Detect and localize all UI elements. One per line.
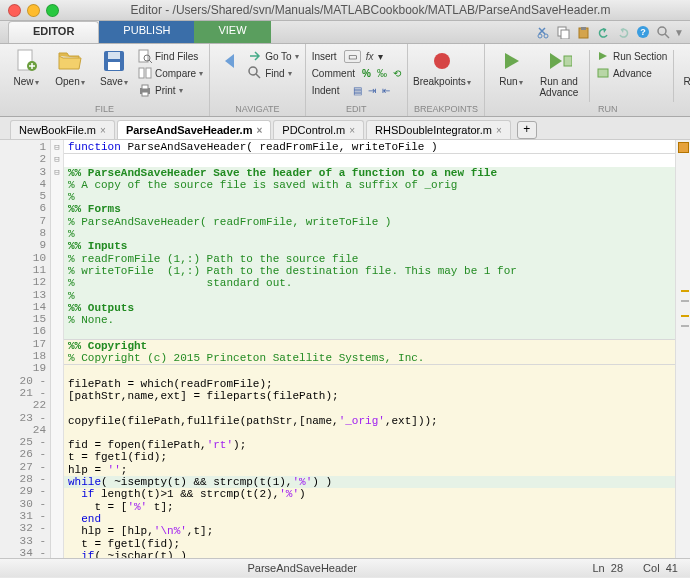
qat-redo-button[interactable] — [614, 24, 632, 40]
close-icon[interactable]: × — [496, 125, 502, 136]
ribbon-tabstrip: EDITOR PUBLISH VIEW ? ▼ — [0, 21, 690, 44]
svg-rect-22 — [142, 92, 148, 96]
group-label-breakpoints: BREAKPOINTS — [414, 104, 478, 114]
qat-menu-arrow[interactable]: ▼ — [674, 27, 684, 38]
print-button[interactable]: Print — [138, 82, 203, 98]
run-advance-icon — [546, 48, 572, 74]
svg-point-23 — [249, 67, 257, 75]
svg-rect-27 — [598, 69, 608, 77]
svg-point-8 — [658, 27, 666, 35]
advance-button[interactable]: Advance — [596, 65, 667, 81]
code-mark[interactable] — [681, 315, 689, 317]
status-line: Ln 28 — [592, 562, 623, 574]
indent-row: Indent ▤ ⇥ ⇤ — [312, 82, 391, 98]
indent-label: Indent — [312, 85, 340, 96]
goto-button[interactable]: Go To — [248, 48, 299, 64]
qat-cut-button[interactable] — [534, 24, 552, 40]
ribbon-tab-publish[interactable]: PUBLISH — [99, 21, 194, 43]
file-tab-newbookfile[interactable]: NewBookFile.m× — [10, 120, 115, 139]
group-label-navigate: NAVIGATE — [216, 104, 299, 114]
svg-line-17 — [149, 60, 152, 63]
new-file-icon — [13, 48, 39, 74]
svg-line-24 — [256, 74, 260, 78]
new-button[interactable]: New▾ — [6, 48, 46, 88]
code-content[interactable]: function ParseAndSaveHeader( readFromFil… — [64, 140, 675, 558]
run-and-advance-button[interactable]: Run and Advance — [535, 48, 583, 98]
comment-remove-button[interactable]: ‰ — [377, 68, 387, 79]
comment-wrap-button[interactable]: ⟲ — [393, 68, 401, 79]
status-col: Col 41 — [643, 562, 678, 574]
insert-more-button[interactable]: ▾ — [378, 51, 383, 62]
ribbon-tab-editor[interactable]: EDITOR — [8, 21, 99, 43]
file-tab-rhsdoubleintegrator[interactable]: RHSDoubleIntegrator.m× — [366, 120, 511, 139]
run-button[interactable]: Run▾ — [491, 48, 531, 88]
nav-back-button[interactable] — [216, 48, 244, 74]
compare-button[interactable]: Compare — [138, 65, 203, 81]
comment-add-button[interactable]: % — [362, 68, 371, 79]
compare-icon — [138, 66, 152, 80]
advance-icon — [596, 66, 610, 80]
fold-gutter[interactable]: ⊟⊟⊟ — [51, 140, 64, 558]
file-tab-parseandsaveheader[interactable]: ParseAndSaveHeader.m× — [117, 120, 271, 139]
qat-search-button[interactable] — [654, 24, 672, 40]
indent-auto-button[interactable]: ▤ — [353, 85, 362, 96]
group-label-run: RUN — [491, 104, 690, 114]
ribbon: New▾ Open▾ Save▾ Find Files Compare Prin… — [0, 44, 690, 117]
insert-fx-button[interactable]: fx — [366, 51, 374, 62]
svg-text:?: ? — [640, 27, 646, 37]
qat-paste-button[interactable] — [574, 24, 592, 40]
file-tab-pdcontrol[interactable]: PDControl.m× — [273, 120, 364, 139]
close-icon[interactable]: × — [256, 125, 262, 136]
qat-undo-button[interactable] — [594, 24, 612, 40]
svg-rect-21 — [142, 85, 148, 89]
run-section-button[interactable]: Run Section — [596, 48, 667, 64]
svg-rect-3 — [561, 30, 569, 39]
indent-decrease-button[interactable]: ⇤ — [382, 85, 390, 96]
insert-section-button[interactable]: ▭ — [344, 50, 361, 63]
svg-rect-18 — [139, 68, 144, 78]
breakpoints-button[interactable]: Breakpoints▾ — [414, 48, 470, 88]
group-label-file: FILE — [6, 104, 203, 114]
quick-access-toolbar: ? ▼ — [528, 21, 690, 43]
code-mark[interactable] — [681, 300, 689, 302]
run-and-time-button[interactable]: Run and Time — [680, 48, 690, 98]
search-icon — [248, 66, 262, 80]
run-play-icon — [498, 48, 524, 74]
arrow-left-icon — [217, 48, 243, 74]
close-icon[interactable]: × — [349, 125, 355, 136]
line-number-gutter: 1234567891011121314151617181920 -21 -222… — [0, 140, 51, 558]
file-tabstrip: NewBookFile.m× ParseAndSaveHeader.m× PDC… — [0, 117, 690, 140]
qat-help-button[interactable]: ? — [634, 24, 652, 40]
scroll-track[interactable] — [675, 140, 690, 558]
titlebar: Editor - /Users/Shared/svn/Manuals/MATLA… — [0, 0, 690, 21]
code-editor[interactable]: 1234567891011121314151617181920 -21 -222… — [0, 140, 690, 558]
svg-rect-26 — [564, 56, 572, 66]
statusbar: ParseAndSaveHeader Ln 28 Col 41 — [0, 558, 690, 577]
save-disk-icon — [101, 48, 127, 74]
indent-increase-button[interactable]: ⇥ — [368, 85, 376, 96]
code-mark[interactable] — [681, 290, 689, 292]
ribbon-tab-view[interactable]: VIEW — [194, 21, 270, 43]
find-files-button[interactable]: Find Files — [138, 48, 203, 64]
code-mark[interactable] — [681, 325, 689, 327]
svg-point-25 — [434, 53, 450, 69]
zoom-window-button[interactable] — [46, 4, 59, 17]
minimize-window-button[interactable] — [27, 4, 40, 17]
find-button[interactable]: Find — [248, 65, 299, 81]
group-label-edit: EDIT — [312, 104, 401, 114]
printer-icon — [138, 83, 152, 97]
svg-line-9 — [665, 34, 669, 38]
open-button[interactable]: Open▾ — [50, 48, 90, 88]
code-analyzer-summary[interactable] — [678, 142, 689, 153]
close-icon[interactable]: × — [100, 125, 106, 136]
save-button[interactable]: Save▾ — [94, 48, 134, 88]
comment-row: Comment % ‰ ⟲ — [312, 65, 401, 81]
close-window-button[interactable] — [8, 4, 21, 17]
svg-point-1 — [544, 34, 548, 38]
run-section-icon — [596, 49, 610, 63]
svg-point-0 — [538, 34, 542, 38]
goto-arrow-icon — [248, 49, 262, 63]
qat-copy-button[interactable] — [554, 24, 572, 40]
svg-rect-13 — [108, 52, 120, 59]
new-tab-button[interactable]: + — [517, 121, 537, 139]
